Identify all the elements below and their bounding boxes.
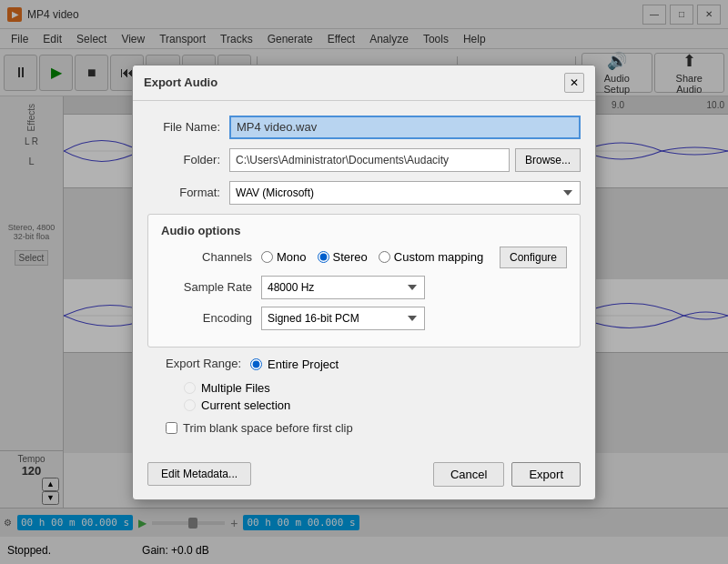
encoding-label: Encoding bbox=[161, 311, 252, 325]
file-name-row: File Name: bbox=[147, 116, 581, 139]
mono-label: Mono bbox=[277, 250, 307, 264]
export-range-section: Export Range: Entire Project Multiple Fi… bbox=[147, 357, 581, 412]
mono-radio[interactable] bbox=[261, 251, 273, 263]
dialog-title-bar: Export Audio ✕ bbox=[133, 65, 595, 101]
sample-rate-label: Sample Rate bbox=[161, 280, 252, 294]
file-name-label: File Name: bbox=[147, 120, 220, 134]
stereo-radio[interactable] bbox=[318, 251, 329, 263]
encoding-select[interactable]: Signed 16-bit PCM Unsigned 8-bit PCM 32-… bbox=[261, 307, 425, 330]
folder-label: Folder: bbox=[147, 153, 220, 166]
current-selection-option[interactable]: Current selection bbox=[184, 398, 581, 412]
folder-row: Folder: Browse... bbox=[147, 148, 581, 172]
format-select[interactable]: WAV (Microsoft) AIFF FLAC MP3 OGG Vorbis bbox=[229, 181, 581, 205]
dialog-footer: Edit Metadata... Cancel Export bbox=[133, 462, 595, 499]
export-audio-dialog: Export Audio ✕ File Name: Folder: Browse… bbox=[132, 65, 596, 500]
dialog-body: File Name: Folder: Browse... Format: WAV… bbox=[133, 101, 595, 462]
cancel-button[interactable]: Cancel bbox=[433, 462, 504, 487]
sample-rate-select[interactable]: 48000 Hz 44100 Hz 22050 Hz 16000 Hz 8000… bbox=[261, 276, 425, 299]
entire-label: Entire Project bbox=[268, 358, 339, 371]
audio-options-title: Audio options bbox=[161, 224, 567, 237]
folder-input[interactable] bbox=[229, 148, 510, 172]
footer-left: Edit Metadata... bbox=[147, 462, 426, 486]
configure-button[interactable]: Configure bbox=[500, 247, 567, 268]
stereo-option[interactable]: Stereo bbox=[318, 250, 368, 264]
browse-button[interactable]: Browse... bbox=[515, 148, 581, 172]
current-label: Current selection bbox=[201, 398, 290, 412]
multiple-files-option[interactable]: Multiple Files bbox=[184, 381, 581, 395]
modal-overlay: Export Audio ✕ File Name: Folder: Browse… bbox=[0, 0, 728, 564]
format-row: Format: WAV (Microsoft) AIFF FLAC MP3 OG… bbox=[147, 181, 581, 205]
encoding-row: Encoding Signed 16-bit PCM Unsigned 8-bi… bbox=[161, 307, 567, 330]
audio-options-section: Audio options Channels Mono Stereo bbox=[147, 214, 581, 347]
export-button[interactable]: Export bbox=[511, 462, 581, 487]
trim-checkbox-row: Trim blank space before first clip bbox=[147, 421, 581, 435]
stereo-label: Stereo bbox=[333, 250, 368, 264]
multiple-label: Multiple Files bbox=[201, 381, 270, 395]
dialog-close-button[interactable]: ✕ bbox=[564, 73, 584, 93]
channels-row: Channels Mono Stereo Custom mapping bbox=[161, 247, 567, 268]
export-range-label: Export Range: bbox=[166, 357, 241, 370]
current-radio[interactable] bbox=[184, 399, 196, 411]
sample-rate-row: Sample Rate 48000 Hz 44100 Hz 22050 Hz 1… bbox=[161, 276, 567, 299]
trim-checkbox[interactable] bbox=[166, 422, 177, 434]
dialog-title: Export Audio bbox=[144, 76, 217, 89]
entire-radio[interactable] bbox=[250, 358, 262, 370]
entire-project-option[interactable]: Entire Project bbox=[250, 358, 339, 371]
custom-label: Custom mapping bbox=[394, 250, 483, 264]
format-label: Format: bbox=[147, 186, 220, 199]
edit-metadata-button[interactable]: Edit Metadata... bbox=[147, 462, 251, 486]
file-name-input[interactable] bbox=[229, 116, 581, 139]
channels-radio-group: Mono Stereo Custom mapping bbox=[261, 250, 500, 264]
mono-option[interactable]: Mono bbox=[261, 250, 307, 264]
custom-radio[interactable] bbox=[379, 251, 390, 263]
channels-label: Channels bbox=[161, 250, 252, 264]
multiple-radio[interactable] bbox=[184, 382, 196, 394]
custom-mapping-option[interactable]: Custom mapping bbox=[379, 250, 483, 264]
export-range-options: Multiple Files Current selection bbox=[166, 381, 581, 412]
trim-label[interactable]: Trim blank space before first clip bbox=[183, 421, 353, 435]
